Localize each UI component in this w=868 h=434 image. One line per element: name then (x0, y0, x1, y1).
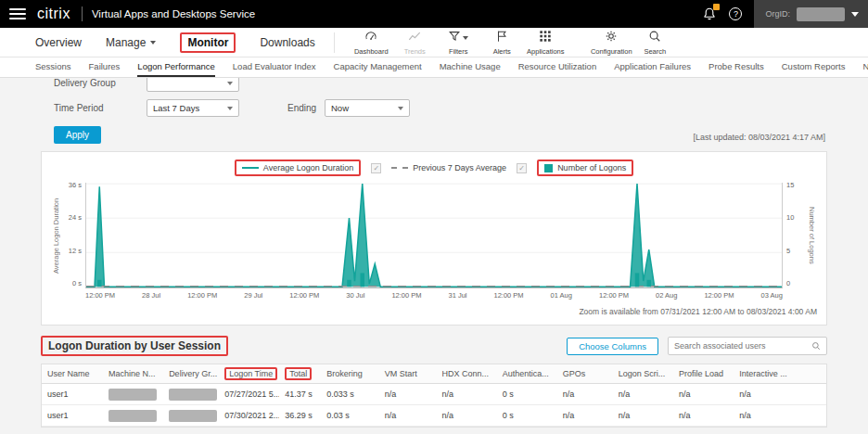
nav-manage-label: Manage (106, 36, 146, 49)
nav-overview[interactable]: Overview (35, 36, 82, 49)
apps-grid-icon (539, 30, 552, 46)
notifications-bell-icon[interactable] (702, 6, 717, 21)
x-tick: 03 Aug (761, 291, 783, 300)
table-cell: user1 (42, 388, 103, 401)
chevron-down-icon (851, 12, 859, 17)
tool-label: Applications (527, 47, 564, 56)
table-cell (163, 387, 219, 402)
legend-previous-7-days-average[interactable]: Previous 7 Days Average (391, 163, 506, 172)
time-period-select[interactable]: Last 7 Days (147, 99, 239, 117)
tab-load-evaluator-index[interactable]: Load Evaluator Index (233, 57, 316, 77)
previous-average-checkbox[interactable]: ✓ (371, 163, 381, 173)
ending-label: Ending (287, 103, 325, 113)
column-header-user-name[interactable]: User Name (42, 367, 103, 380)
y-tick: 0 (786, 280, 803, 287)
y-tick: 5 (786, 248, 803, 255)
table-cell (103, 408, 163, 424)
time-period-label: Time Period (54, 103, 147, 113)
column-header-interactive[interactable]: Interactive ... (734, 367, 826, 380)
dashed-line-swatch-icon (391, 167, 408, 169)
nav-downloads[interactable]: Downloads (260, 36, 314, 49)
column-header-gpos[interactable]: GPOs (557, 367, 613, 380)
tab-probe-results[interactable]: Probe Results (708, 57, 764, 77)
tab-custom-reports[interactable]: Custom Reports (782, 57, 846, 77)
redacted-value (169, 410, 217, 422)
column-header-machine-n[interactable]: Machine N... (103, 367, 163, 380)
redacted-value (108, 389, 157, 401)
tab-machine-usage[interactable]: Machine Usage (440, 57, 501, 77)
column-header-total[interactable]: Total (279, 365, 321, 382)
nav-manage[interactable]: Manage (106, 36, 156, 49)
table-row[interactable]: user107/30/2021 2...36.29 s0.03 sn/an/a0… (42, 405, 826, 427)
tab-resource-utilization[interactable]: Resource Utilization (518, 57, 596, 77)
table-row[interactable]: user107/27/2021 5...41.37 s0.033 sn/an/a… (42, 384, 826, 405)
tool-search[interactable]: Search (633, 30, 677, 56)
tool-dashboard[interactable]: Dashboard (350, 30, 393, 56)
annotated-header-label: Total (285, 367, 312, 380)
logon-duration-table-section: Logon Duration by User Session Choose Co… (41, 336, 827, 428)
number-of-logons-checkbox[interactable]: ✓ (517, 163, 527, 173)
table-cell: n/a (734, 409, 826, 422)
column-header-profile-load[interactable]: Profile Load (673, 367, 734, 380)
search-input[interactable] (674, 341, 811, 351)
section-title: Logon Duration by User Session (48, 339, 221, 352)
chart-legend: Average Logon Duration ✓ Previous 7 Days… (51, 160, 817, 176)
chart-plot-area[interactable] (85, 183, 783, 288)
apply-button[interactable]: Apply (54, 126, 101, 144)
table-cell: n/a (437, 388, 497, 401)
table-cell (163, 408, 219, 424)
help-icon[interactable]: ? (729, 7, 742, 20)
filter-icon (448, 30, 461, 46)
product-title: Virtual Apps and Desktops Service (92, 8, 255, 19)
column-header-hdx-conn[interactable]: HDX Conn... (437, 367, 497, 380)
tool-configuration[interactable]: Configuration (590, 30, 633, 56)
x-tick: 29 Jul (244, 291, 262, 300)
top-bar: citrix Virtual Apps and Desktops Service… (0, 0, 868, 28)
tool-alerts[interactable]: Alerts (480, 30, 524, 56)
table-cell: n/a (673, 409, 734, 422)
x-tick: 31 Jul (448, 291, 466, 300)
table-cell: n/a (673, 388, 734, 401)
tab-logon-performance[interactable]: Logon Performance (137, 57, 214, 77)
tab-failures[interactable]: Failures (89, 57, 121, 77)
gear-icon (605, 30, 618, 46)
x-tick: 12:00 PM (391, 291, 421, 300)
right-axis-ticks: 151050 (783, 183, 807, 288)
tool-trends: Trends (393, 30, 437, 56)
ending-select[interactable]: Now (325, 99, 410, 117)
tab-sessions[interactable]: Sessions (35, 57, 71, 77)
column-header-brokering[interactable]: Brokering (321, 367, 379, 380)
table-cell: n/a (379, 388, 437, 401)
column-header-logon-time[interactable]: Logon Time (219, 365, 279, 382)
citrix-monitor-screen: citrix Virtual Apps and Desktops Service… (0, 0, 868, 434)
x-tick: 12:00 PM (289, 291, 319, 300)
chevron-down-icon (463, 36, 468, 40)
line-swatch-icon (242, 167, 259, 169)
column-header-logon-scri[interactable]: Logon Scri... (613, 367, 673, 380)
tab-capacity-management[interactable]: Capacity Management (334, 57, 422, 77)
legend-average-logon-duration[interactable]: Average Logon Duration (235, 160, 361, 176)
org-id-box[interactable]: OrgID: (754, 0, 868, 28)
column-header-authentica[interactable]: Authentica... (497, 367, 557, 380)
nav-monitor[interactable]: Monitor (180, 32, 236, 53)
gauge-icon (364, 30, 377, 46)
x-tick: 12:00 PM (187, 291, 217, 300)
y-tick: 0 s (65, 280, 82, 287)
tool-applications[interactable]: Applications (524, 30, 568, 56)
nav-tools: DashboardTrendsFiltersAlertsApplications… (350, 30, 677, 56)
search-icon[interactable] (811, 341, 821, 351)
annotated-header-label: Logon Time (224, 367, 277, 380)
right-axis-title: Number of Logons (807, 183, 817, 288)
table-cell: n/a (557, 388, 613, 401)
column-header-vm-start[interactable]: VM Start (379, 367, 437, 380)
legend-label: Average Logon Duration (263, 163, 353, 172)
chevron-down-icon (398, 107, 403, 110)
column-header-delivery-gr[interactable]: Delivery Gr... (163, 367, 219, 380)
delivery-group-select[interactable] (147, 78, 239, 92)
choose-columns-button[interactable]: Choose Columns (567, 338, 658, 355)
tool-filters[interactable]: Filters (437, 30, 480, 56)
tab-application-failures[interactable]: Application Failures (614, 57, 691, 77)
legend-number-of-logons[interactable]: Number of Logons (537, 160, 633, 176)
hamburger-menu-icon[interactable] (9, 8, 26, 19)
tab-network[interactable]: Network (862, 57, 868, 77)
